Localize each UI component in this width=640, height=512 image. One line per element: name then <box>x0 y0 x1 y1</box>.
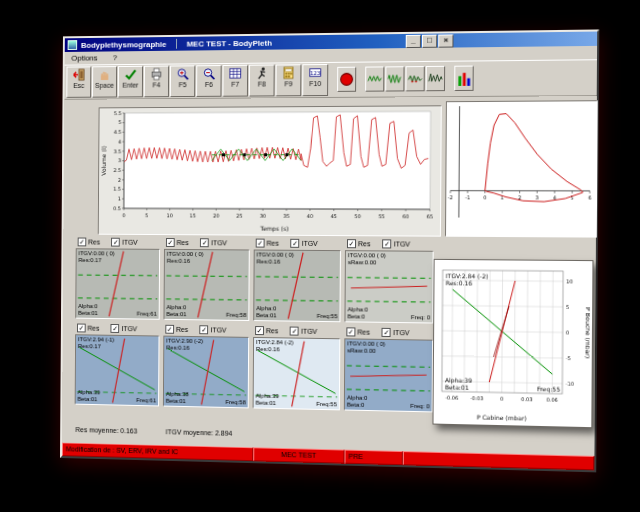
menu-item-options[interactable]: Options <box>71 54 97 63</box>
svg-text:Volume (l): Volume (l) <box>101 146 107 176</box>
minimize-button[interactable]: _ <box>406 35 421 48</box>
checkbox-itgv-box[interactable]: ✓ <box>200 325 209 334</box>
toolbar: EscSpaceEnterF4F5F6F7F8F9123F10 <box>64 59 597 100</box>
checkbox-res-box[interactable]: ✓ <box>256 239 265 248</box>
checkbox-res-r1c2[interactable]: ✓Res <box>166 238 189 247</box>
toolbar-label-f7: F7 <box>231 80 239 89</box>
toolbar-button-f8[interactable]: F8 <box>249 65 275 97</box>
svg-text:2: 2 <box>118 177 121 183</box>
svg-text:-1: -1 <box>465 195 470 201</box>
panel-res-value: sRaw:0.00 <box>347 347 376 354</box>
svg-text:2.5: 2.5 <box>114 167 122 173</box>
checkbox-itgv-box[interactable]: ✓ <box>111 324 120 333</box>
signal-view-button-4[interactable] <box>426 66 445 91</box>
toolbar-button-enter[interactable]: Enter <box>118 66 143 98</box>
toolbar-button-f10[interactable]: 123F10 <box>302 64 328 96</box>
checkbox-res-r2c1[interactable]: ✓Res <box>77 324 99 333</box>
checkbox-row-r1c1: ✓Res✓ITGV <box>78 237 138 248</box>
checkbox-itgv-r2c3[interactable]: ✓ITGV <box>290 327 317 336</box>
svg-text:50: 50 <box>354 213 360 219</box>
svg-text:3: 3 <box>535 195 538 201</box>
checkbox-res-box[interactable]: ✓ <box>166 238 175 247</box>
checkbox-res-box[interactable]: ✓ <box>347 239 356 248</box>
checkbox-itgv-box[interactable]: ✓ <box>382 328 391 337</box>
checkbox-itgv-r2c2[interactable]: ✓ITGV <box>200 325 227 334</box>
trial-panel-r1c2[interactable]: ITGV:0.00 ( 0)Res:0.16Alpha:0Beta:01Freq… <box>163 249 249 321</box>
checkbox-itgv-r1c2[interactable]: ✓ITGV <box>200 238 227 247</box>
checkbox-res-label: Res <box>266 327 278 334</box>
panel-res-value: Res:0.16 <box>256 346 280 353</box>
checkbox-res-r1c3[interactable]: ✓Res <box>256 239 279 248</box>
trial-panel-r1c1[interactable]: ITGV:0.00 ( 0)Res:0.17Alpha:0Beta:01Freq… <box>75 248 160 320</box>
panel-freq-value: Freq: 0 <box>410 403 429 410</box>
toolbar-label-f5: F5 <box>179 80 187 89</box>
checkbox-res-box[interactable]: ✓ <box>165 325 174 334</box>
color-bars-button[interactable] <box>454 66 474 91</box>
checkbox-itgv-box[interactable]: ✓ <box>111 238 120 247</box>
svg-text:3: 3 <box>118 158 121 164</box>
signal-view-button-2[interactable] <box>385 66 404 91</box>
desktop-background: Bodyplethysmographie MEC TEST - BodyPlet… <box>0 0 640 512</box>
toolbar-button-f7[interactable]: F7 <box>222 65 248 97</box>
trial-panel-r1c3[interactable]: ITGV:0.00 ( 0)Res:0.16Alpha:0Beta:01Freq… <box>253 250 341 323</box>
checkbox-itgv-box[interactable]: ✓ <box>383 239 392 248</box>
toolbar-button-f9[interactable]: F9 <box>275 64 301 96</box>
toolbar-button-esc[interactable]: Esc <box>66 66 91 97</box>
toolbar-button-f6[interactable]: F6 <box>196 65 222 97</box>
checkbox-res-r2c4[interactable]: ✓Res <box>346 327 370 336</box>
status-patient: MEC TEST <box>253 447 344 463</box>
checkbox-res-r1c1[interactable]: ✓Res <box>78 238 100 247</box>
trace-marker[interactable] <box>222 153 225 156</box>
checkbox-itgv-r1c1[interactable]: ✓ITGV <box>111 238 137 247</box>
toolbar-button-f4[interactable]: F4 <box>144 66 169 98</box>
toolbar-label-f8: F8 <box>258 80 266 89</box>
panel-beta-value: Beta:0 <box>347 313 364 320</box>
trial-panel-r1c4[interactable]: ITGV:0.00 ( 0)sRaw:0.00Alpha:0Beta:0Freq… <box>344 250 433 323</box>
menu-item-help[interactable]: ? <box>113 53 117 62</box>
svg-text:40: 40 <box>307 213 313 219</box>
toolbar-button-space[interactable]: Space <box>92 66 117 98</box>
checkbox-itgv-box[interactable]: ✓ <box>200 238 209 247</box>
trial-panel-r2c4[interactable]: ITGV:0.00 ( 0)sRaw:0.00Alpha:0Beta:0Freq… <box>344 338 433 412</box>
record-button[interactable] <box>337 67 356 92</box>
checkbox-res-box[interactable]: ✓ <box>77 324 86 333</box>
checkbox-res-box[interactable]: ✓ <box>78 238 87 247</box>
trial-panel-r2c3[interactable]: ITGV:2.84 (-2)Res:0.16Alpha:39Beta:01Fre… <box>253 337 341 410</box>
checkbox-itgv-r1c3[interactable]: ✓ITGV <box>291 239 318 248</box>
trace-marker[interactable] <box>264 153 267 156</box>
svg-text:-5: -5 <box>566 355 571 361</box>
close-button[interactable]: × <box>438 34 453 47</box>
toolbar-button-f5[interactable]: F5 <box>170 65 195 97</box>
checkbox-itgv-r2c4[interactable]: ✓ITGV <box>382 328 410 337</box>
detail-chart-card: -0.06-0.0300.030.061050-5-10P Cabine (mb… <box>432 259 593 428</box>
svg-text:55: 55 <box>378 213 384 219</box>
checkbox-row-r1c2: ✓Res✓ITGV <box>166 237 227 248</box>
app-window: Bodyplethysmographie MEC TEST - BodyPlet… <box>60 29 599 472</box>
checkbox-res-label: Res <box>88 239 100 246</box>
maximize-button[interactable]: □ <box>422 35 437 48</box>
svg-text:1: 1 <box>118 196 121 202</box>
checkbox-res-r2c3[interactable]: ✓Res <box>255 326 278 335</box>
checkbox-itgv-box[interactable]: ✓ <box>291 239 300 248</box>
trial-panel-r2c1[interactable]: ITGV:2.94 (-1)Res:0.17Alpha:39Beta:01Fre… <box>75 334 160 406</box>
checkbox-res-box[interactable]: ✓ <box>255 326 264 335</box>
volume-time-chart[interactable]: 5.554.543.532.521.510.505101520253035404… <box>98 105 442 236</box>
checkbox-res-label: Res <box>358 240 371 247</box>
trace-marker[interactable] <box>285 153 288 156</box>
svg-text:ITGV:2.84 (-2): ITGV:2.84 (-2) <box>446 273 489 280</box>
toolbar-label-space: Space <box>95 81 114 90</box>
signal-view-button-1[interactable] <box>365 66 384 91</box>
window-controls: _□× <box>406 34 454 48</box>
checkbox-itgv-r2c1[interactable]: ✓ITGV <box>111 324 137 333</box>
panel-beta-value: Beta:01 <box>166 398 186 405</box>
trace-marker[interactable] <box>243 153 246 156</box>
checkbox-itgv-label: ITGV <box>210 326 226 333</box>
checkbox-res-r1c4[interactable]: ✓Res <box>347 239 371 248</box>
checkbox-itgv-r1c4[interactable]: ✓ITGV <box>383 239 411 248</box>
checkbox-res-box[interactable]: ✓ <box>346 327 355 336</box>
signal-view-button-3[interactable] <box>405 66 424 91</box>
checkbox-itgv-box[interactable]: ✓ <box>290 327 299 336</box>
checkbox-res-r2c2[interactable]: ✓Res <box>165 325 188 334</box>
svg-text:0.5: 0.5 <box>113 205 121 211</box>
trial-panel-r2c2[interactable]: ITGV:2.90 (-2)Res:0.16Alpha:38Beta:01Fre… <box>163 336 249 409</box>
